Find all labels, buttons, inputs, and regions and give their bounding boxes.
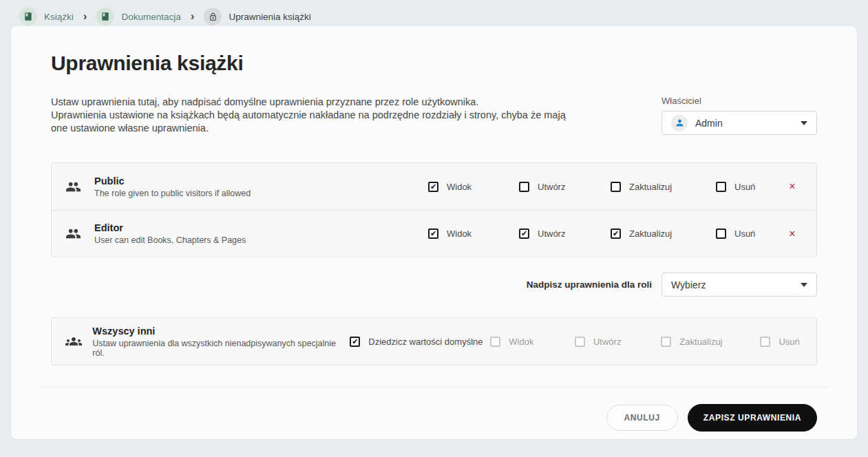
permission-checkbox-delete[interactable]: Usuń bbox=[716, 182, 779, 192]
checkbox[interactable] bbox=[519, 228, 529, 239]
permission-label: Usuń bbox=[779, 337, 799, 347]
permission-checkbox-update[interactable]: Zaktualizuj bbox=[661, 337, 760, 347]
checkbox[interactable] bbox=[490, 337, 500, 347]
checkbox[interactable] bbox=[611, 182, 621, 192]
permission-checkbox-create[interactable]: Utwórz bbox=[519, 228, 611, 239]
role-permissions-table: Public The role given to public visitors… bbox=[51, 162, 817, 257]
role-override-row: Nadpisz uprawnienia dla roli Wybierz bbox=[51, 273, 817, 297]
role-name: Public bbox=[94, 176, 428, 187]
groups-icon bbox=[65, 333, 92, 350]
role-description: User can edit Books, Chapters & Pages bbox=[94, 235, 428, 245]
role-override-value: Wybierz bbox=[671, 279, 706, 290]
lock-icon bbox=[204, 8, 222, 25]
remove-role-button[interactable]: × bbox=[779, 180, 805, 193]
book-icon bbox=[96, 8, 114, 25]
permission-label: Utwórz bbox=[593, 337, 621, 347]
role-info: Wszyscy inni Ustaw uprawnienia dla wszys… bbox=[92, 326, 350, 358]
checkbox[interactable] bbox=[611, 228, 621, 239]
save-permissions-button[interactable]: ZAPISZ UPRAWNIENIA bbox=[688, 404, 817, 432]
owner-value: Admin bbox=[695, 118, 723, 129]
owner-label: Właściciel bbox=[661, 96, 817, 106]
breadcrumb-item-current: Uprawnienia książki bbox=[204, 8, 310, 25]
checkbox[interactable] bbox=[350, 337, 360, 347]
chevron-right-icon: › bbox=[188, 10, 198, 23]
breadcrumb-label: Uprawnienia książki bbox=[229, 12, 310, 22]
permission-checkbox-delete[interactable]: Usuń bbox=[760, 337, 805, 347]
cancel-button[interactable]: ANULUJ bbox=[606, 405, 678, 431]
checkbox[interactable] bbox=[575, 337, 585, 347]
chevron-down-icon bbox=[801, 121, 807, 125]
breadcrumb-label: Książki bbox=[44, 12, 74, 22]
permission-label: Usuń bbox=[734, 228, 755, 239]
checkbox[interactable] bbox=[716, 182, 726, 192]
chevron-down-icon bbox=[801, 283, 807, 287]
permission-label: Zaktualizuj bbox=[629, 182, 672, 192]
checkbox[interactable] bbox=[519, 182, 529, 192]
permission-label: Utwórz bbox=[538, 228, 565, 239]
permission-row-everyone-else: Wszyscy inni Ustaw uprawnienia dla wszys… bbox=[52, 318, 816, 365]
role-override-label: Nadpisz uprawnienia dla roli bbox=[527, 279, 652, 290]
page-description: Ustaw uprawnienia tutaj, aby nadpisać do… bbox=[51, 96, 567, 135]
role-name: Editor bbox=[94, 222, 428, 233]
permissions-card: Uprawnienia książki Ustaw uprawnienia tu… bbox=[11, 26, 857, 439]
permission-checkbox-create[interactable]: Utwórz bbox=[575, 337, 661, 347]
role-description: Ustaw uprawnienia dla wszystkich nienadp… bbox=[92, 339, 350, 358]
permission-checkbox-update[interactable]: Zaktualizuj bbox=[611, 228, 716, 239]
checkbox[interactable] bbox=[428, 228, 438, 239]
permission-checkbox-update[interactable]: Zaktualizuj bbox=[611, 182, 716, 192]
user-avatar-icon bbox=[671, 115, 688, 131]
owner-select[interactable]: Admin bbox=[661, 111, 817, 135]
page-title: Uprawnienia książki bbox=[51, 52, 817, 75]
breadcrumb-item-book[interactable]: Dokumentacja bbox=[96, 8, 180, 25]
description-line-1: Ustaw uprawnienia tutaj, aby nadpisać do… bbox=[51, 96, 478, 107]
checkbox[interactable] bbox=[428, 182, 438, 192]
permission-checkbox-view[interactable]: Widok bbox=[428, 228, 519, 239]
inherit-defaults-checkbox[interactable]: Dziedzicz wartości domyślne bbox=[350, 337, 490, 347]
permission-label: Dziedzicz wartości domyślne bbox=[368, 337, 483, 347]
people-icon bbox=[65, 226, 94, 242]
role-override-select[interactable]: Wybierz bbox=[661, 273, 817, 297]
chevron-right-icon: › bbox=[81, 10, 90, 23]
people-icon bbox=[65, 179, 94, 195]
permission-label: Widok bbox=[447, 228, 472, 239]
owner-section: Właściciel Admin bbox=[661, 96, 817, 135]
breadcrumb-label: Dokumentacja bbox=[121, 12, 180, 22]
permission-row-editor: Editor User can edit Books, Chapters & P… bbox=[52, 210, 816, 257]
description-line-2: Uprawnienia ustawione na książkach będą … bbox=[51, 109, 566, 134]
role-description: The role given to public visitors if all… bbox=[94, 189, 428, 198]
fallback-permissions-table: Wszyscy inni Ustaw uprawnienia dla wszys… bbox=[51, 317, 817, 365]
remove-role-button[interactable]: × bbox=[779, 228, 805, 240]
permission-label: Widok bbox=[447, 182, 472, 192]
permission-label: Widok bbox=[509, 337, 533, 347]
permission-row-public: Public The role given to public visitors… bbox=[52, 163, 816, 210]
permission-label: Usuń bbox=[734, 182, 755, 192]
footer-actions: ANULUJ ZAPISZ UPRAWNIENIA bbox=[51, 387, 817, 448]
permission-label: Utwórz bbox=[538, 182, 565, 192]
breadcrumb-item-books[interactable]: Książki bbox=[19, 8, 74, 25]
role-info: Editor User can edit Books, Chapters & P… bbox=[94, 222, 428, 245]
checkbox[interactable] bbox=[661, 337, 671, 347]
permission-checkbox-create[interactable]: Utwórz bbox=[519, 182, 611, 192]
permission-label: Zaktualizuj bbox=[629, 228, 672, 239]
checkbox[interactable] bbox=[716, 228, 726, 239]
breadcrumb: Książki › Dokumentacja › Uprawnienia ksi… bbox=[0, 0, 868, 26]
book-icon bbox=[19, 8, 37, 25]
checkbox[interactable] bbox=[760, 337, 770, 347]
permission-label: Zaktualizuj bbox=[679, 337, 722, 347]
permission-checkbox-delete[interactable]: Usuń bbox=[716, 228, 779, 239]
permission-checkbox-view[interactable]: Widok bbox=[428, 182, 519, 192]
permission-checkbox-view[interactable]: Widok bbox=[490, 337, 575, 347]
role-info: Public The role given to public visitors… bbox=[94, 176, 428, 198]
role-name: Wszyscy inni bbox=[92, 326, 350, 337]
